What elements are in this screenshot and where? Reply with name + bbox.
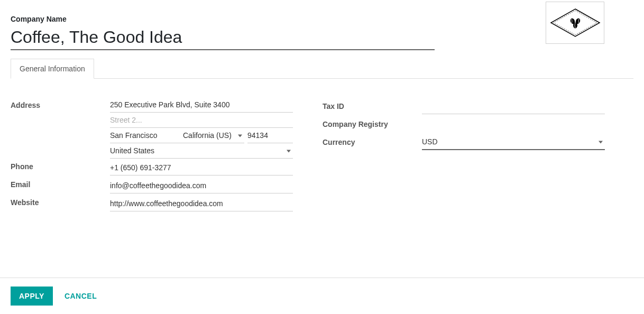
email-label: Email: [11, 177, 110, 189]
footer: APPLY CANCEL: [0, 278, 644, 314]
currency-label: Currency: [323, 138, 422, 146]
apply-button[interactable]: APPLY: [11, 287, 53, 306]
company-logo[interactable]: [546, 2, 604, 44]
taxid-input[interactable]: [422, 99, 605, 114]
website-label: Website: [11, 195, 110, 207]
country-select[interactable]: [110, 143, 293, 159]
zip-input[interactable]: [247, 128, 293, 143]
phone-input[interactable]: [110, 160, 293, 176]
tabs: General Information: [11, 58, 633, 79]
city-input[interactable]: [110, 128, 183, 143]
address-label: Address: [11, 97, 110, 109]
taxid-label: Tax ID: [323, 102, 422, 110]
registry-input[interactable]: [422, 117, 605, 132]
tab-general-information[interactable]: General Information: [11, 59, 94, 79]
coffee-logo-icon: [549, 8, 602, 38]
street1-input[interactable]: [110, 97, 293, 113]
currency-select[interactable]: [422, 134, 605, 150]
company-name-label: Company Name: [11, 15, 435, 23]
company-name-input[interactable]: [11, 26, 435, 50]
registry-label: Company Registry: [323, 120, 422, 128]
website-input[interactable]: [110, 196, 293, 211]
state-select[interactable]: [183, 128, 244, 143]
cancel-button[interactable]: CANCEL: [65, 292, 97, 300]
phone-label: Phone: [11, 159, 110, 171]
email-input[interactable]: [110, 178, 293, 193]
street2-input[interactable]: [110, 113, 293, 128]
